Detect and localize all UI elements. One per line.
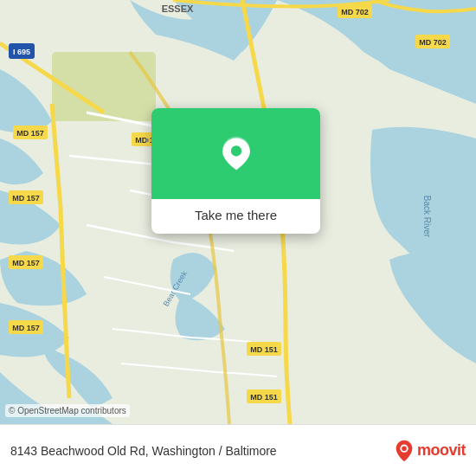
- svg-text:MD 702: MD 702: [341, 8, 369, 16]
- take-me-there-card[interactable]: Take me there: [151, 108, 320, 234]
- moovit-pin-icon: [395, 439, 414, 463]
- svg-text:MD 151: MD 151: [250, 393, 278, 402]
- svg-point-33: [230, 145, 241, 156]
- svg-text:MD 702: MD 702: [419, 38, 447, 47]
- svg-text:MD 157: MD 157: [12, 259, 40, 267]
- popup-action[interactable]: Take me there: [151, 199, 320, 234]
- svg-text:I 695: I 695: [13, 48, 30, 56]
- map-copyright: © OpenStreetMap contributors: [5, 404, 130, 417]
- svg-text:Back River: Back River: [422, 196, 432, 238]
- svg-text:ESSEX: ESSEX: [162, 3, 194, 14]
- bottom-bar: 8143 Beachwood Old Rd, Washington / Balt…: [0, 424, 476, 476]
- popup-header: [151, 108, 320, 199]
- moovit-logo: moovit: [395, 439, 466, 463]
- moovit-brand-text: moovit: [417, 441, 466, 460]
- svg-text:MD 157: MD 157: [16, 129, 44, 138]
- take-me-there-label: Take me there: [195, 208, 277, 222]
- svg-text:MD 157: MD 157: [12, 324, 40, 332]
- svg-text:MD 157: MD 157: [12, 194, 40, 203]
- svg-point-35: [402, 446, 407, 451]
- address-label: 8143 Beachwood Old Rd, Washington / Balt…: [10, 444, 395, 458]
- svg-text:MD 151: MD 151: [250, 345, 278, 354]
- svg-point-29: [145, 138, 149, 142]
- location-pin-icon: [217, 135, 255, 173]
